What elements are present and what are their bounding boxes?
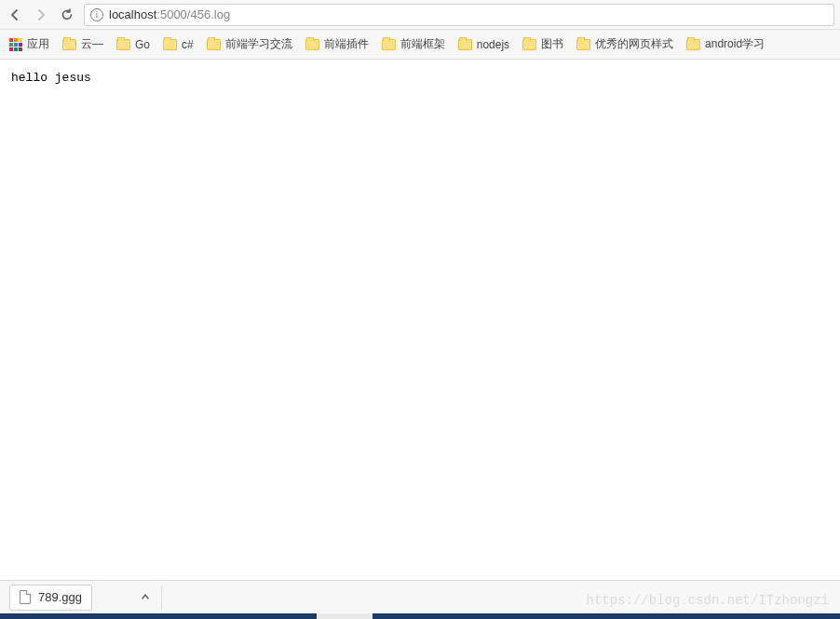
download-filename: 789.ggg — [38, 590, 82, 604]
file-icon — [20, 590, 31, 604]
folder-icon — [163, 39, 177, 50]
bottom-strip — [0, 613, 840, 619]
bookmark-folder[interactable]: 图书 — [522, 36, 563, 52]
bookmark-label: 优秀的网页样式 — [595, 36, 673, 52]
bookmark-label: c# — [182, 38, 194, 51]
bookmarks-bar: 应用 云— Go c# 前端学习交流 前端插件 前端框架 nodejs 图书 优… — [0, 30, 840, 60]
bookmark-folder[interactable]: 优秀的网页样式 — [576, 36, 673, 52]
bookmark-label: 前端插件 — [324, 36, 369, 52]
site-info-icon[interactable]: i — [90, 8, 103, 21]
apps-icon — [9, 38, 22, 51]
download-item[interactable]: 789.ggg — [9, 585, 92, 611]
bookmark-label: android学习 — [705, 36, 765, 52]
folder-icon — [382, 39, 396, 50]
back-button[interactable] — [6, 6, 24, 24]
folder-icon — [116, 39, 130, 50]
bookmark-folder[interactable]: Go — [116, 38, 150, 51]
bookmark-folder[interactable]: 前端框架 — [382, 36, 445, 52]
bookmark-folder[interactable]: nodejs — [458, 38, 509, 51]
address-bar[interactable]: i localhost:5000/456.log — [84, 4, 834, 26]
browser-toolbar: i localhost:5000/456.log — [0, 0, 840, 30]
bookmark-folder[interactable]: 前端插件 — [305, 36, 369, 52]
page-content: hello jesus — [0, 60, 840, 585]
download-menu-button[interactable] — [129, 585, 162, 610]
bookmark-label: 前端框架 — [400, 36, 445, 52]
folder-icon — [458, 39, 472, 50]
bookmark-folder[interactable]: android学习 — [686, 36, 765, 52]
bookmark-folder[interactable]: c# — [163, 38, 194, 51]
folder-icon — [522, 39, 536, 50]
apps-shortcut[interactable]: 应用 — [9, 36, 49, 52]
bookmark-folder[interactable]: 云— — [62, 36, 103, 52]
bookmark-label: Go — [135, 38, 150, 51]
forward-button[interactable] — [32, 6, 50, 24]
reload-button[interactable] — [58, 6, 76, 24]
folder-icon — [305, 39, 319, 50]
bookmark-label: 云— — [81, 36, 103, 52]
folder-icon — [576, 39, 590, 50]
apps-label: 应用 — [27, 36, 49, 52]
folder-icon — [207, 39, 221, 50]
url-path: :5000/456.log — [156, 7, 230, 21]
bookmark-label: 图书 — [541, 36, 563, 52]
bookmark-label: 前端学习交流 — [225, 36, 292, 52]
body-text: hello jesus — [11, 71, 91, 85]
bookmark-label: nodejs — [477, 38, 509, 51]
bookmark-folder[interactable]: 前端学习交流 — [207, 36, 292, 52]
downloads-bar: 789.ggg — [0, 580, 840, 613]
folder-icon — [686, 39, 700, 50]
folder-icon — [62, 39, 76, 50]
url-host: localhost — [109, 7, 156, 21]
